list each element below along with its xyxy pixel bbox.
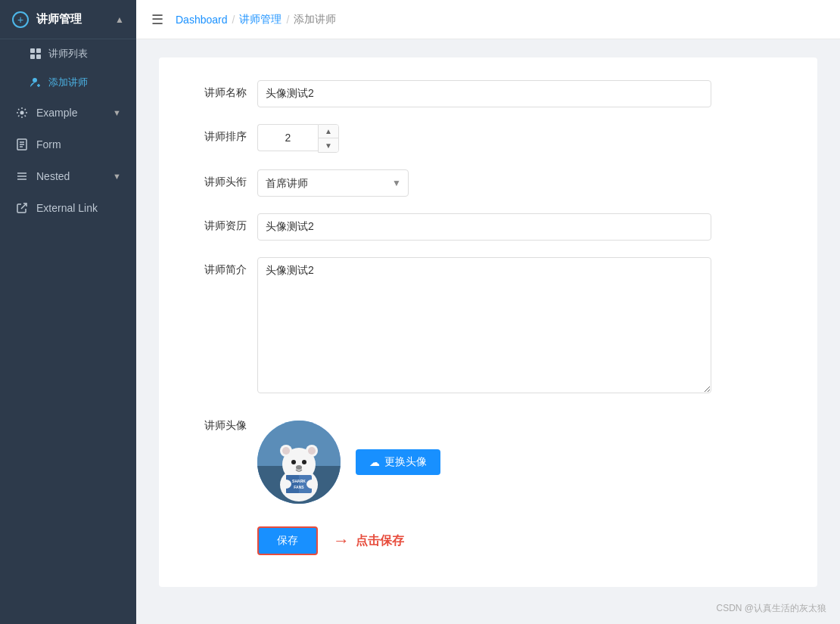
sidebar-item-external-link-label: External Link xyxy=(36,202,121,214)
form-card: 讲师名称 讲师排序 ▲ ▼ xyxy=(159,57,817,587)
svg-line-15 xyxy=(21,203,26,209)
cloud-upload-icon: ☁ xyxy=(369,456,380,468)
svg-point-24 xyxy=(291,460,296,464)
form-control-intro: 头像测试2 xyxy=(257,257,711,396)
sidebar: 讲师管理 ▲ 讲师列表 xyxy=(0,0,136,624)
form-row-avatar: 讲师头像 xyxy=(189,413,787,504)
form-icon xyxy=(15,138,29,151)
breadcrumb-add-instructor: 添加讲师 xyxy=(294,13,336,26)
external-link-icon xyxy=(15,201,29,215)
form-label-intro: 讲师简介 xyxy=(189,257,257,277)
sidebar-item-nested-label: Nested xyxy=(36,170,105,182)
main: ☰ Dashboard / 讲师管理 / 添加讲师 讲师名称 讲师排序 xyxy=(136,0,840,624)
form-label-resume: 讲师资历 xyxy=(189,213,257,233)
form-control-avatar: SHARK FANS ☁ 更换头像 xyxy=(257,413,711,504)
form-control-order: ▲ ▼ xyxy=(257,124,711,153)
resume-input[interactable] xyxy=(257,213,711,241)
sidebar-item-nested[interactable]: Nested ▼ xyxy=(0,160,136,192)
spinner-down-button[interactable]: ▼ xyxy=(319,138,338,152)
form-row-order: 讲师排序 ▲ ▼ xyxy=(189,124,787,153)
svg-point-7 xyxy=(20,111,24,115)
avatar-bear-image: SHARK FANS xyxy=(257,421,341,504)
form-row-name: 讲师名称 xyxy=(189,80,787,107)
form-label-avatar: 讲师头像 xyxy=(189,413,257,433)
save-button[interactable]: 保存 xyxy=(257,526,318,555)
svg-rect-3 xyxy=(36,54,41,59)
user-add-icon xyxy=(29,76,42,89)
gear-icon xyxy=(15,106,29,120)
breadcrumb-instructor-mgmt[interactable]: 讲师管理 xyxy=(239,13,282,26)
content: 讲师名称 讲师排序 ▲ ▼ xyxy=(136,39,840,624)
form-label-title: 讲师头衔 xyxy=(189,169,257,189)
sidebar-header[interactable]: 讲师管理 ▲ xyxy=(0,0,136,39)
chevron-up-icon: ▲ xyxy=(115,14,124,25)
footer-watermark: CSDN @认真生活的灰太狼 xyxy=(716,602,826,615)
plus-circle-icon xyxy=(12,11,29,28)
order-input[interactable] xyxy=(257,124,318,151)
header: ☰ Dashboard / 讲师管理 / 添加讲师 xyxy=(136,0,840,39)
svg-rect-2 xyxy=(30,54,35,59)
form-control-resume xyxy=(257,213,711,241)
svg-text:SHARK: SHARK xyxy=(292,479,306,483)
save-hint-text: 点击保存 xyxy=(356,533,404,549)
sidebar-item-external-link[interactable]: External Link xyxy=(0,192,136,224)
svg-point-26 xyxy=(296,465,302,470)
intro-textarea[interactable]: 头像测试2 xyxy=(257,257,711,393)
form-control-title: 首席讲师 高级讲师 讲师 助理讲师 ▼ xyxy=(257,169,711,197)
right-arrow-icon: → xyxy=(333,531,350,551)
svg-point-25 xyxy=(302,460,306,464)
upload-avatar-button[interactable]: ☁ 更换头像 xyxy=(356,449,440,475)
sidebar-item-example-label: Example xyxy=(36,107,105,119)
spinner-up-button[interactable]: ▲ xyxy=(319,125,338,138)
form-control-name xyxy=(257,80,711,107)
select-wrapper: 首席讲师 高级讲师 讲师 助理讲师 ▼ xyxy=(257,169,409,197)
form-row-title: 讲师头衔 首席讲师 高级讲师 讲师 助理讲师 ▼ xyxy=(189,169,787,197)
spinner-buttons: ▲ ▼ xyxy=(318,124,339,153)
svg-point-32 xyxy=(306,480,317,489)
chevron-down-nested-icon: ▼ xyxy=(113,172,121,181)
breadcrumb-sep-1: / xyxy=(232,14,235,26)
sidebar-item-instructor-list[interactable]: 讲师列表 xyxy=(0,39,136,68)
form-label-order: 讲师排序 xyxy=(189,124,257,144)
title-select[interactable]: 首席讲师 高级讲师 讲师 助理讲师 xyxy=(257,169,409,197)
sidebar-header-title: 讲师管理 xyxy=(36,12,115,26)
save-hint: → 点击保存 xyxy=(333,531,404,551)
form-label-name: 讲师名称 xyxy=(189,80,257,100)
avatar-section: SHARK FANS ☁ 更换头像 xyxy=(257,421,711,504)
breadcrumb-sep-2: / xyxy=(286,14,289,26)
sidebar-item-add-instructor-label: 添加讲师 xyxy=(48,76,88,89)
sidebar-item-form-label: Form xyxy=(36,138,121,151)
grid-icon xyxy=(29,47,42,61)
avatar-circle: SHARK FANS xyxy=(257,421,341,504)
hamburger-menu-icon[interactable]: ☰ xyxy=(151,11,163,28)
breadcrumb: Dashboard / 讲师管理 / 添加讲师 xyxy=(176,13,336,26)
chevron-down-icon: ▼ xyxy=(113,108,121,117)
upload-btn-label: 更换头像 xyxy=(384,455,427,469)
svg-point-23 xyxy=(308,447,316,455)
name-input[interactable] xyxy=(257,80,711,107)
list-icon xyxy=(15,169,29,183)
number-input-wrapper: ▲ ▼ xyxy=(257,124,348,153)
sidebar-menu: 讲师列表 添加讲师 Example ▼ xyxy=(0,39,136,624)
svg-rect-0 xyxy=(30,48,35,53)
svg-rect-1 xyxy=(36,48,41,53)
sidebar-item-add-instructor[interactable]: 添加讲师 xyxy=(0,68,136,97)
svg-text:FANS: FANS xyxy=(294,485,304,489)
sidebar-item-form[interactable]: Form xyxy=(0,129,136,160)
form-row-resume: 讲师资历 xyxy=(189,213,787,241)
svg-point-22 xyxy=(282,447,290,455)
breadcrumb-dashboard[interactable]: Dashboard xyxy=(176,14,228,26)
save-area: 保存 → 点击保存 xyxy=(189,526,787,555)
svg-point-4 xyxy=(33,78,37,82)
form-row-intro: 讲师简介 头像测试2 xyxy=(189,257,787,396)
sidebar-item-example[interactable]: Example ▼ xyxy=(0,97,136,129)
svg-point-31 xyxy=(281,480,291,489)
sidebar-item-instructor-list-label: 讲师列表 xyxy=(48,47,88,61)
